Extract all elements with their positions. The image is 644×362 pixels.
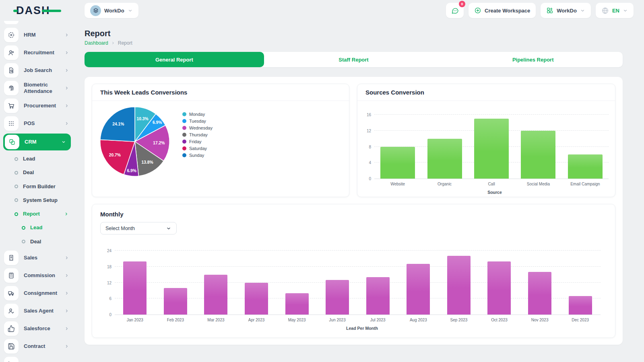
- sidebar-item-label: POS: [24, 120, 59, 127]
- layers-icon: [93, 7, 99, 14]
- breadcrumb-current: Report: [118, 40, 132, 46]
- sidebar-item-indiamart[interactable]: Indiamart: [0, 356, 74, 362]
- sidebar-subitem-label: Lead: [30, 224, 69, 231]
- workdo-menu-button[interactable]: WorkDo: [541, 3, 591, 18]
- bar-jul-2023[interactable]: [366, 277, 390, 315]
- chevron-right-icon: [64, 344, 69, 349]
- sidebar-item-label: CRM: [25, 139, 56, 145]
- leads-pie-chart: 10.3%6.9%17.2%13.8%6.9%20.7%24.1%: [99, 106, 171, 177]
- bar-slot: [317, 251, 358, 315]
- bar-mar-2023[interactable]: [204, 275, 227, 315]
- legend-item-monday[interactable]: Monday: [182, 111, 213, 117]
- pie-value-label: 24.1%: [112, 122, 124, 126]
- legend-label: Thursday: [189, 132, 208, 137]
- breadcrumb-link-dashboard[interactable]: Dashboard: [85, 40, 108, 46]
- chevron-down-icon: [580, 8, 585, 13]
- sidebar-item-commission[interactable]: Commission: [0, 267, 74, 284]
- tab-general-report[interactable]: General Report: [85, 52, 264, 67]
- sidebar-item-contract[interactable]: Contract: [0, 338, 74, 355]
- sidebar-subitem-deal[interactable]: Deal: [0, 166, 74, 179]
- bar-jan-2023[interactable]: [123, 261, 147, 315]
- legend-item-wednesday[interactable]: Wednesday: [182, 124, 213, 131]
- sidebar-subitem-system-setup[interactable]: System Setup: [0, 193, 74, 207]
- tab-pipelines-report[interactable]: Pipelines Report: [443, 52, 623, 67]
- bar-social-media[interactable]: [521, 131, 555, 179]
- circle-bullet-icon: [14, 198, 18, 202]
- sidebar-item-hrm[interactable]: HRM: [0, 27, 74, 43]
- x-axis-labels: WebsiteOrganicCallSocial MediaEmail Camp…: [374, 182, 609, 186]
- brand-logo[interactable]: DASH: [16, 4, 85, 17]
- sidebar-item-sales-agent[interactable]: Sales Agent: [0, 302, 74, 319]
- sidebar-item-label: Job Search: [24, 67, 59, 74]
- bar-website[interactable]: [380, 147, 415, 179]
- workspace-switcher[interactable]: WorkDo: [85, 3, 138, 18]
- sidebar-subitem-form-builder[interactable]: Form Builder: [0, 180, 74, 193]
- sidebar-item-consignment[interactable]: Consignment: [0, 285, 74, 302]
- consignment-icon: [4, 286, 19, 300]
- chevron-right-icon: [64, 86, 69, 90]
- legend-item-thursday[interactable]: Thursday: [182, 131, 213, 138]
- bar-email-campaign[interactable]: [568, 154, 603, 179]
- tab-staff-report[interactable]: Staff Report: [264, 52, 444, 67]
- bar-feb-2023[interactable]: [164, 288, 187, 315]
- chevron-right-icon: [64, 255, 69, 260]
- card-title-sources: Sources Conversion: [357, 84, 615, 101]
- sidebar-item-job-search[interactable]: Job Search: [0, 62, 74, 79]
- circle-plus-icon: [474, 7, 481, 14]
- workdo-menu-label: WorkDo: [557, 8, 577, 14]
- sidebar: HRMRecruitmentJob SearchBiometric Attend…: [0, 21, 74, 362]
- circle-bullet-icon: [14, 171, 18, 175]
- bar-apr-2023[interactable]: [245, 283, 268, 315]
- month-select[interactable]: Select Month: [100, 222, 177, 234]
- create-workspace-button[interactable]: Create Workspace: [469, 3, 536, 18]
- sidebar-subitem-report-deal[interactable]: Deal: [0, 235, 74, 249]
- x-tick-label: Jul 2023: [357, 318, 398, 322]
- y-tick-label: 12: [360, 128, 371, 133]
- sidebar-item-recruitment[interactable]: Recruitment: [0, 44, 74, 61]
- bar-may-2023[interactable]: [285, 293, 309, 315]
- commission-icon: [4, 268, 19, 283]
- sidebar-item-biometric-attendance[interactable]: Biometric Attendance: [0, 80, 74, 97]
- legend-item-friday[interactable]: Friday: [182, 138, 213, 145]
- bar-call[interactable]: [474, 119, 509, 179]
- bar-aug-2023[interactable]: [407, 264, 430, 315]
- breadcrumb: Dashboard Report: [85, 40, 623, 46]
- bar-oct-2023[interactable]: [487, 261, 511, 315]
- pie-value-label: 17.2%: [153, 141, 165, 145]
- bar-organic[interactable]: [427, 139, 462, 179]
- legend-item-saturday[interactable]: Saturday: [182, 145, 213, 152]
- sidebar-item-procurement[interactable]: Procurement: [0, 97, 74, 114]
- bar-jun-2023[interactable]: [326, 280, 349, 315]
- sidebar-item-salesforce[interactable]: Salesforce: [0, 320, 74, 337]
- sidebar-item-sales[interactable]: Sales: [0, 249, 74, 266]
- bar-slot: [155, 251, 196, 315]
- bar-slot: [439, 251, 479, 315]
- logo-dot-accent: [13, 10, 18, 12]
- bar-slot: [398, 251, 439, 315]
- legend-label: Monday: [189, 112, 205, 117]
- bar-nov-2023[interactable]: [528, 272, 551, 315]
- pie-chart-area: 10.3%6.9%17.2%13.8%6.9%20.7%24.1% Monday…: [92, 101, 349, 197]
- charts-row: This Week Leads Conversions 10.3%6.9%17.…: [92, 84, 615, 197]
- pie-value-label: 6.9%: [127, 169, 136, 173]
- bar-sep-2023[interactable]: [447, 256, 471, 315]
- legend-item-tuesday[interactable]: Tuesday: [182, 117, 213, 124]
- report-panel: This Week Leads Conversions 10.3%6.9%17.…: [85, 77, 623, 345]
- sidebar-subitem-label: Deal: [23, 169, 69, 176]
- sidebar-subitem-lead[interactable]: Lead: [0, 152, 74, 166]
- sidebar-item-crm[interactable]: CRM: [3, 134, 71, 150]
- circle-bullet-icon: [14, 212, 18, 216]
- legend-item-sunday[interactable]: Sunday: [182, 152, 213, 158]
- bar-slot: [236, 251, 277, 315]
- x-tick-label: Nov 2023: [520, 318, 560, 322]
- sales-agent-icon: [4, 304, 19, 318]
- sidebar-subitem-report[interactable]: Report: [0, 207, 74, 221]
- bar-dec-2023[interactable]: [569, 296, 592, 315]
- chevron-right-icon: [64, 121, 69, 126]
- language-selector[interactable]: EN: [596, 3, 634, 18]
- legend-dot-icon: [182, 153, 186, 157]
- chevron-right-icon: [64, 212, 69, 216]
- sidebar-subitem-report-lead[interactable]: Lead: [0, 221, 74, 234]
- messages-button[interactable]: 0: [446, 3, 464, 18]
- sidebar-item-pos[interactable]: POS: [0, 115, 74, 132]
